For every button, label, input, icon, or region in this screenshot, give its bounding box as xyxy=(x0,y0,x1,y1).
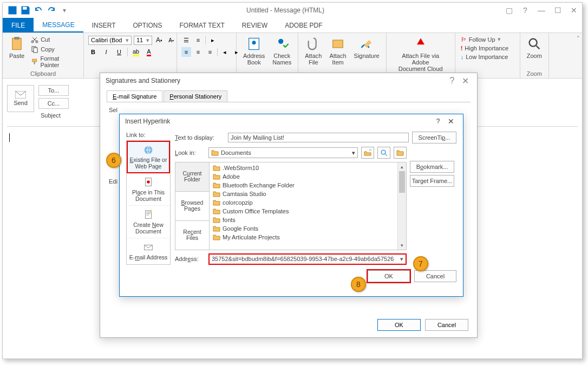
target-frame-button[interactable]: Target Frame... xyxy=(410,175,454,187)
sig-ok-button[interactable]: OK xyxy=(377,319,421,331)
undo-icon[interactable] xyxy=(33,5,44,16)
align-left-icon[interactable]: ≡ xyxy=(181,47,191,57)
help-icon[interactable]: ? xyxy=(432,118,445,125)
bookmark-button[interactable]: Bookmark... xyxy=(410,161,454,173)
ribbon-options-icon[interactable]: ▢ xyxy=(501,3,517,18)
attach-item-button[interactable]: Attach Item xyxy=(327,35,348,67)
tab-message[interactable]: MESSAGE xyxy=(34,18,83,32)
browse-tab-browsed-pages[interactable]: BrowsedPages xyxy=(175,192,209,221)
tab-file[interactable]: FILE xyxy=(3,18,34,32)
grow-font-icon[interactable]: A▴ xyxy=(154,35,164,45)
tab-options[interactable]: OPTIONS xyxy=(125,18,171,32)
hyperlink-cancel-button[interactable]: Cancel xyxy=(414,270,456,282)
collapse-ribbon-icon[interactable]: ˄ xyxy=(577,35,580,42)
copy-button[interactable]: Copy xyxy=(30,45,79,54)
attach-file-button[interactable]: Attach File xyxy=(303,35,324,67)
browse-web-button[interactable] xyxy=(377,147,390,159)
tab-adobe-pdf[interactable]: ADOBE PDF xyxy=(276,18,331,32)
signature-button[interactable]: Signature xyxy=(352,35,382,60)
cc-button[interactable]: Cc... xyxy=(38,98,69,109)
highlight-icon[interactable]: ab xyxy=(131,47,141,57)
italic-icon[interactable]: I xyxy=(101,47,111,57)
signatures-tabs: E-mail Signature Personal Stationery xyxy=(107,90,471,102)
low-importance-button[interactable]: ↓Low Importance xyxy=(460,53,509,61)
bold-icon[interactable]: B xyxy=(88,47,98,57)
up-folder-button[interactable] xyxy=(361,147,374,159)
align-right-icon[interactable]: ≡ xyxy=(205,47,215,57)
help-icon[interactable]: ? xyxy=(446,76,459,86)
close-icon[interactable]: ✕ xyxy=(566,3,582,18)
tab-personal-stationery[interactable]: Personal Stationery xyxy=(164,90,227,102)
shrink-font-icon[interactable]: A▾ xyxy=(166,35,176,45)
svg-rect-2 xyxy=(12,38,21,50)
to-button[interactable]: To... xyxy=(38,85,69,96)
address-input[interactable]: 35752&sit=bdbudm8ib&f=65825039-9953-47be… xyxy=(208,253,407,265)
help-icon[interactable]: ? xyxy=(517,3,533,18)
text-cursor xyxy=(9,133,10,142)
chevron-down-icon[interactable]: ▾ xyxy=(400,256,403,263)
file-item[interactable]: Camtasia Studio xyxy=(211,190,405,198)
save-icon[interactable] xyxy=(20,5,31,16)
screentip-button[interactable]: ScreenTip... xyxy=(412,132,456,144)
app-icon[interactable] xyxy=(7,5,18,16)
text-to-display-input[interactable]: Join My Mailing List! xyxy=(228,133,409,142)
file-item[interactable]: Custom Office Templates xyxy=(211,207,405,216)
follow-up-button[interactable]: 🏳Follow Up▾ xyxy=(460,35,502,43)
linkto-place-in-doc[interactable]: Place in This Document xyxy=(127,173,170,206)
scroll-down-icon[interactable]: ▾ xyxy=(398,241,406,250)
linkto-existing-file[interactable]: Existing File or Web Page xyxy=(127,141,170,173)
file-list[interactable]: .WebStorm10AdobeBluetooth Exchange Folde… xyxy=(210,162,407,250)
tab-email-signature[interactable]: E-mail Signature xyxy=(107,90,162,102)
file-item[interactable]: Bluetooth Exchange Folder xyxy=(211,181,405,190)
browse-file-button[interactable] xyxy=(394,147,407,159)
browse-tab-current-folder[interactable]: CurrentFolder xyxy=(175,162,209,192)
zoom-button[interactable]: Zoom xyxy=(525,35,544,60)
font-color-icon[interactable]: A xyxy=(144,47,154,57)
adobe-attach-button[interactable]: Attach File via Adobe Document Cloud xyxy=(391,35,450,73)
file-scrollbar[interactable]: ▴ ▾ xyxy=(397,162,406,250)
file-item[interactable]: Adobe xyxy=(211,172,405,181)
file-item[interactable]: My Articulate Projects xyxy=(211,233,405,242)
qat-dropdown-icon[interactable]: ▾ xyxy=(59,5,70,16)
browse-tab-recent-files[interactable]: RecentFiles xyxy=(175,221,209,250)
look-in-label: Look in: xyxy=(175,149,205,156)
send-button[interactable]: Send xyxy=(7,85,34,112)
numbering-icon[interactable]: ≡ xyxy=(193,35,203,45)
hyperlink-ok-button[interactable]: OK xyxy=(368,270,410,282)
scroll-thumb[interactable] xyxy=(399,171,405,193)
address-book-button[interactable]: Address Book xyxy=(241,35,267,67)
bullets-icon[interactable]: ☰ xyxy=(181,35,191,45)
paste-button[interactable]: Paste xyxy=(7,35,27,60)
linkto-create-new[interactable]: Create New Document xyxy=(127,206,170,238)
file-item[interactable]: Google Fonts xyxy=(211,224,405,233)
high-importance-button[interactable]: !High Importance xyxy=(460,44,509,52)
indent-icon[interactable]: ▸ xyxy=(208,35,218,45)
file-item[interactable]: colorcopzip xyxy=(211,198,405,207)
ribbon-tabs: FILE MESSAGE INSERT OPTIONS FORMAT TEXT … xyxy=(3,18,582,33)
check-names-button[interactable]: Check Names xyxy=(270,35,293,67)
svg-point-11 xyxy=(252,41,256,44)
close-icon[interactable]: ✕ xyxy=(445,117,458,126)
tab-insert[interactable]: INSERT xyxy=(83,18,125,32)
font-name-combo[interactable]: Calibri (Bod▾ xyxy=(88,36,132,45)
minimize-icon[interactable]: — xyxy=(533,3,550,18)
outdent-icon[interactable]: ◂ xyxy=(220,47,230,57)
close-icon[interactable]: ✕ xyxy=(459,76,472,86)
maximize-icon[interactable]: ☐ xyxy=(550,3,566,18)
tab-format-text[interactable]: FORMAT TEXT xyxy=(171,18,233,32)
file-item[interactable]: fonts xyxy=(211,216,405,224)
font-size-combo[interactable]: 11▾ xyxy=(134,36,152,45)
cut-button[interactable]: Cut xyxy=(30,35,79,44)
format-painter-button[interactable]: Format Painter xyxy=(30,55,79,69)
window-title: Untitled - Message (HTML) xyxy=(70,6,501,14)
linkto-email-address[interactable]: E-mail Address xyxy=(127,238,170,264)
scroll-up-icon[interactable]: ▴ xyxy=(398,162,406,171)
underline-icon[interactable]: U xyxy=(114,47,124,57)
tab-review[interactable]: REVIEW xyxy=(233,18,276,32)
redo-icon[interactable] xyxy=(46,5,57,16)
file-item[interactable]: .WebStorm10 xyxy=(211,164,405,172)
callout-8: 8 xyxy=(351,277,366,292)
look-in-combo[interactable]: Documents ▾ xyxy=(208,147,358,158)
align-center-icon[interactable]: ≡ xyxy=(193,47,203,57)
sig-cancel-button[interactable]: Cancel xyxy=(425,319,468,331)
